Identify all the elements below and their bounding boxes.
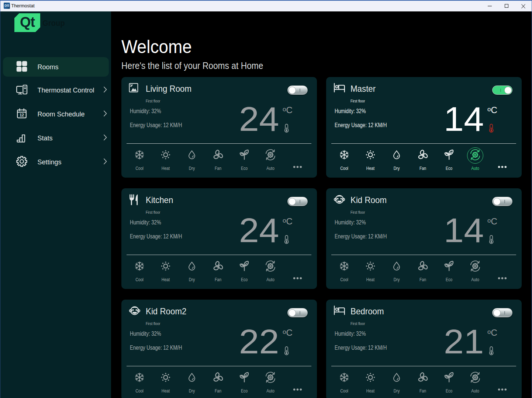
svg-text:12: 12	[20, 113, 24, 117]
